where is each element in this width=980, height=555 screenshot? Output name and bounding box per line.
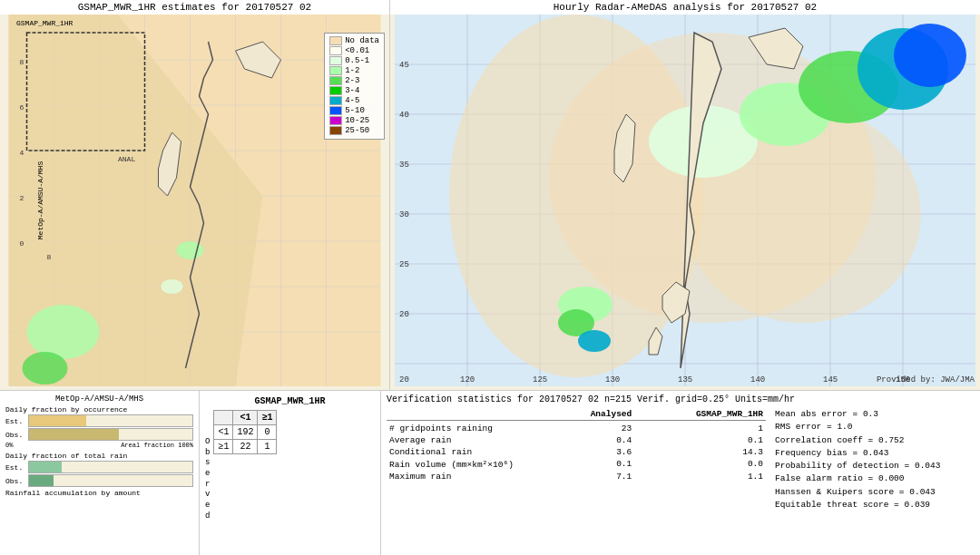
label-maxrain: Maximum rain [387,471,550,482]
verif-col-empty [387,408,550,421]
svg-point-17 [23,352,68,385]
chart3-title: Rainfall accumulation by amount [5,489,193,497]
verif-row-avgrain: Average rain 0.4 0.1 [387,434,766,446]
legend-label-nodata: No data [345,36,379,45]
top-row: GSMAP_MWR_1HR estimates for 20170527 02 … [0,0,980,390]
legend-color-nodata [329,36,342,45]
svg-text:25: 25 [399,260,409,269]
contingency-table: <1 ≥1 <1 192 0 ≥1 [213,410,277,454]
val-gridpoints-gsmap: 1 [634,423,766,434]
bottom-row: MetOp-A/AMSU-A/MHS Daily fraction by occ… [0,390,980,555]
right-map-title: Hourly Radar-AMeDAS analysis for 2017052… [390,0,980,15]
legend-item-2550: 25-50 [329,126,379,135]
chart1-est-bar [28,414,193,427]
svg-text:8: 8 [20,58,24,66]
legend-color-12 [329,66,342,75]
axis-100: Areal fraction 100% [121,442,193,449]
legend-label-001: <0.01 [345,46,369,55]
svg-text:130: 130 [605,375,620,385]
label-rainvol: Rain volume (mm×km²×10⁶) [387,458,550,471]
legend-label-23: 2-3 [345,76,359,85]
obs-label1: Obs. [5,431,28,439]
verif-row-gridpoints: # gridpoints raining 23 1 [387,423,766,434]
bottom-left: MetOp-A/AMSU-A/MHS Daily fraction by occ… [0,391,200,555]
val-rainvol-analysed: 0.1 [550,458,634,471]
val-avgrain-gsmap: 0.1 [634,434,766,446]
cell-22: 22 [233,440,258,454]
svg-text:145: 145 [823,375,838,385]
svg-text:125: 125 [533,375,547,385]
obs-wrapper: Observed [205,410,210,522]
svg-text:35: 35 [399,161,409,170]
legend-label-34: 3-4 [345,86,359,95]
legend-color-45 [329,96,342,105]
legend-color-001 [329,46,342,55]
svg-text:45: 45 [399,61,409,70]
axis-0: 0% [5,442,13,449]
table-row-ge1: ≥1 22 1 [214,440,277,454]
obs-spacer [205,410,210,437]
table-wrap: <1 ≥1 <1 192 0 ≥1 [213,410,277,454]
legend-item-nodata: No data [329,36,379,45]
legend-item-45: 4-5 [329,96,379,105]
chart2-title: Daily fraction of total rain [5,452,193,460]
legend-color-1025 [329,116,342,125]
stat-hk: Hanssen & Kuipers score = 0.043 [775,486,975,499]
chart1-est-row: Est. [5,414,193,427]
legend-label-2550: 25-50 [345,126,369,135]
col-header-lt1: <1 [233,411,258,425]
stat-pod: Probability of detection = 0.043 [775,460,975,472]
val-avgrain-analysed: 0.4 [550,434,634,446]
bottom-right: Verification statistics for 20170527 02 … [381,391,980,555]
svg-point-51 [894,24,966,87]
val-gridpoints-analysed: 23 [550,423,634,434]
left-y-axis-label: MetOp-A/AMSU-A/MHS [36,161,44,239]
axis-labels1: 0% Areal fraction 100% [5,442,193,449]
chart2-est-bar [28,461,193,473]
row-header-ge1: ≥1 [214,440,233,454]
chart1-obs-bar [28,428,193,441]
val-rainvol-gsmap: 0.0 [634,458,766,471]
svg-text:8: 8 [47,253,52,261]
table-row-lt1: <1 192 0 [214,425,277,440]
svg-text:6: 6 [20,103,24,112]
val-maxrain-gsmap: 1.1 [634,471,766,482]
legend-item-510: 5-10 [329,106,379,115]
chart2-obs-row: Obs. [5,474,193,487]
svg-point-54 [578,330,611,352]
svg-point-16 [27,305,100,359]
empty-header [214,411,233,425]
label-condrain: Conditional rain [387,446,550,458]
svg-point-19 [162,279,183,294]
left-map-title: GSMAP_MWR_1HR estimates for 20170527 02 [0,0,389,15]
verif-col-analysed: Analysed [550,408,634,421]
verif-grid: Analysed GSMAP_MWR_1HR # gridpoints rain… [387,408,975,511]
left-map-canvas: MetOp-A/AMSU-A/MHS GSMAP_MWR_1HR ANAL [0,15,389,386]
obs-label2: Obs. [5,477,28,485]
legend-color-051 [329,56,342,65]
svg-text:30: 30 [399,210,409,219]
est-label1: Est. [5,417,28,425]
contingency-title: GSMAP_MWR_1HR [205,396,375,406]
legend-item-1025: 10-25 [329,116,379,125]
label-gridpoints: # gridpoints raining [387,423,550,434]
verif-title: Verification statistics for 20170527 02 … [387,394,975,404]
legend-item-12: 1-2 [329,66,379,75]
legend-label-12: 1-2 [345,66,359,75]
svg-text:20: 20 [399,375,409,385]
verif-row-rainvol: Rain volume (mm×km²×10⁶) 0.1 0.0 [387,458,766,471]
legend-box: No data <0.01 0.5-1 1-2 [324,33,385,140]
svg-text:140: 140 [750,375,765,385]
legend-label-1025: 10-25 [345,116,369,125]
svg-text:4: 4 [20,149,24,157]
val-maxrain-analysed: 7.1 [550,471,634,482]
legend-color-23 [329,76,342,85]
provided-by: Provided by: JWA/JMA [877,375,975,385]
legend-color-2550 [329,126,342,135]
verif-col-gsmap: GSMAP_MWR_1HR [634,408,766,421]
verif-left: Analysed GSMAP_MWR_1HR # gridpoints rain… [387,408,766,511]
val-condrain-analysed: 3.6 [550,446,634,458]
row-header-lt1: <1 [214,425,233,440]
chart2-obs-bar [28,474,193,487]
right-map-panel: Hourly Radar-AMeDAS analysis for 2017052… [390,0,980,390]
